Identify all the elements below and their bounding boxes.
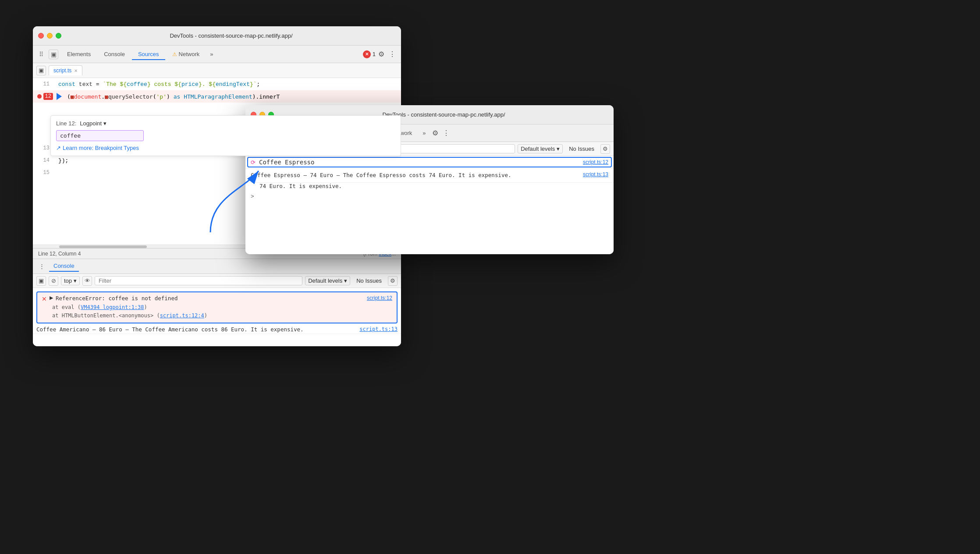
error-stack: at eval (VM4394 logpoint:1:38) at HTMLBu…: [52, 303, 392, 320]
status-left: Line 12, Column 4: [38, 251, 81, 257]
sidebar-panel-icon[interactable]: ▣: [36, 276, 46, 286]
learn-more-link[interactable]: ↗ Learn more: Breakpoint Types: [56, 145, 395, 151]
error-icon: ✕: [42, 295, 47, 302]
devtools-icon[interactable]: ⠿: [36, 50, 46, 59]
dropdown-icon: ▾: [103, 120, 107, 127]
external-link-icon: ↗: [56, 145, 61, 151]
console-log-text: Coffee Americano – 86 Euro – The Coffee …: [36, 326, 359, 333]
error-count: 1: [373, 51, 376, 57]
breakpoint-dot: [37, 94, 42, 99]
logpoint-input-field[interactable]: [56, 130, 144, 141]
file-tab-close-icon[interactable]: ✕: [74, 68, 78, 73]
tab-badge-area: ✕ 1: [363, 50, 376, 58]
settings-icon[interactable]: ⚙: [376, 48, 386, 60]
console-menu-icon[interactable]: ⋮: [36, 261, 47, 271]
coffee-espresso-text: Coffee Espresso: [259, 159, 314, 166]
line-content-12: (■document.■querySelector('p') as HTMLPa…: [64, 93, 280, 100]
coffee-espresso-row: ⟳ Coffee Espresso script.ts:12: [245, 156, 614, 169]
console-tab-bar: ⋮ Console: [33, 259, 401, 274]
logpoint-line-label: Line 12:: [56, 120, 76, 127]
close-button[interactable]: [38, 33, 44, 39]
espresso-detail-row: Coffee Espresso – 74 Euro – The Coffee E…: [245, 169, 614, 183]
context-selector[interactable]: top ▾: [61, 276, 80, 285]
no-issues-label: No Issues: [353, 277, 385, 285]
log-icon: ⟳: [251, 159, 256, 166]
script-link-stack[interactable]: script.ts:12:4: [160, 313, 204, 319]
tab-more[interactable]: »: [206, 49, 217, 59]
eye-icon[interactable]: 👁: [82, 276, 92, 286]
console-toolbar: ▣ ⊘ top ▾ 👁 Default levels ▾ No Issues ⚙: [33, 274, 401, 288]
more-options-icon[interactable]: ⋮: [387, 48, 398, 60]
console-error-row: ✕ ▶ ReferenceError: coffee is not define…: [36, 291, 398, 323]
front-console-content: ⟳ Coffee Espresso script.ts:12 Coffee Es…: [245, 156, 614, 254]
front-more-options-icon[interactable]: ⋮: [441, 127, 451, 139]
sidebar-toggle-button[interactable]: ▣: [36, 66, 46, 75]
maximize-button[interactable]: [56, 33, 61, 39]
warning-icon: ⚠: [172, 51, 177, 57]
default-levels-dropdown[interactable]: Default levels ▾: [305, 276, 350, 285]
espresso-continuation: 74 Euro. It is expensive.: [245, 183, 614, 191]
error-message: ReferenceError: coffee is not defined: [56, 295, 364, 302]
context-label: top: [64, 277, 72, 284]
file-tab-script[interactable]: script.ts ✕: [49, 65, 82, 75]
console-content: ✕ ▶ ReferenceError: coffee is not define…: [33, 288, 401, 346]
console-prompt[interactable]: >: [245, 191, 614, 201]
tab-elements[interactable]: Elements: [61, 48, 97, 60]
espresso-detail-link[interactable]: script.ts:13: [583, 171, 608, 178]
front-console-settings-icon[interactable]: ⚙: [600, 144, 610, 154]
front-settings-icon[interactable]: ⚙: [430, 127, 440, 139]
file-tab-name: script.ts: [53, 67, 71, 74]
logpoint-type-label: Logpoint: [80, 120, 102, 127]
vm-link[interactable]: VM4394 logpoint:1:38: [81, 304, 144, 310]
console-settings-icon[interactable]: ⚙: [388, 276, 398, 286]
error-header: ✕ ▶ ReferenceError: coffee is not define…: [42, 295, 392, 302]
line-content-11: const text = `The ${coffee} costs ${pric…: [55, 81, 401, 88]
console-drawer: ⋮ Console ▣ ⊘ top ▾ 👁 Default levels ▾ N…: [33, 259, 401, 346]
code-line-12: 12 (■document.■querySelector('p') as HTM…: [33, 90, 401, 103]
line-num-14: 14: [33, 157, 55, 163]
back-window-title: DevTools - consistent-source-map-pc.netl…: [67, 32, 396, 39]
console-log-link[interactable]: script.ts:13: [359, 326, 398, 332]
device-toggle-icon[interactable]: ▣: [49, 50, 58, 59]
levels-label: Default levels: [308, 277, 342, 284]
active-line-number: 12: [43, 93, 53, 100]
dropdown-arrow: ▾: [74, 277, 77, 284]
back-tab-bar: ⠿ ▣ Elements Console Sources ⚠ Network »…: [33, 46, 401, 63]
logpoint-overlay: Line 12: Logpoint ▾ ↗ Learn more: Breakp…: [50, 115, 401, 156]
console-tab-label[interactable]: Console: [49, 261, 79, 272]
line-num-15: 15: [33, 170, 55, 176]
front-levels-label: Default levels: [521, 146, 555, 152]
coffee-espresso-link[interactable]: script.ts:12: [583, 159, 608, 165]
console-filter-input[interactable]: [95, 276, 302, 285]
breakpoint-arrow: [57, 93, 62, 100]
espresso-detail-text: Coffee Espresso – 74 Euro – The Coffee E…: [251, 171, 579, 180]
minimize-button[interactable]: [47, 33, 53, 39]
error-badge: ✕: [363, 50, 371, 58]
clear-console-icon[interactable]: ⊘: [49, 276, 58, 286]
console-log-row: Coffee Americano – 86 Euro – The Coffee …: [33, 325, 401, 334]
tab-sources[interactable]: Sources: [132, 48, 165, 60]
traffic-lights: [38, 33, 61, 39]
front-tab-more[interactable]: »: [419, 128, 429, 138]
code-line-11: 11 const text = `The ${coffee} costs ${p…: [33, 78, 401, 90]
tab-network[interactable]: ⚠ Network: [166, 48, 206, 60]
tab-console[interactable]: Console: [98, 48, 131, 60]
front-no-issues-label: No Issues: [565, 145, 598, 153]
file-tab-bar: ▣ script.ts ✕: [33, 63, 401, 78]
logpoint-header: Line 12: Logpoint ▾: [56, 120, 395, 127]
line-num-11: 11: [33, 81, 55, 87]
front-levels-dropdown[interactable]: Default levels ▾: [518, 144, 563, 153]
back-title-bar: DevTools - consistent-source-map-pc.netl…: [33, 26, 401, 46]
error-link[interactable]: script.ts:12: [367, 295, 392, 301]
logpoint-type-dropdown[interactable]: Logpoint ▾: [80, 120, 107, 127]
error-expand-icon[interactable]: ▶: [50, 295, 53, 301]
